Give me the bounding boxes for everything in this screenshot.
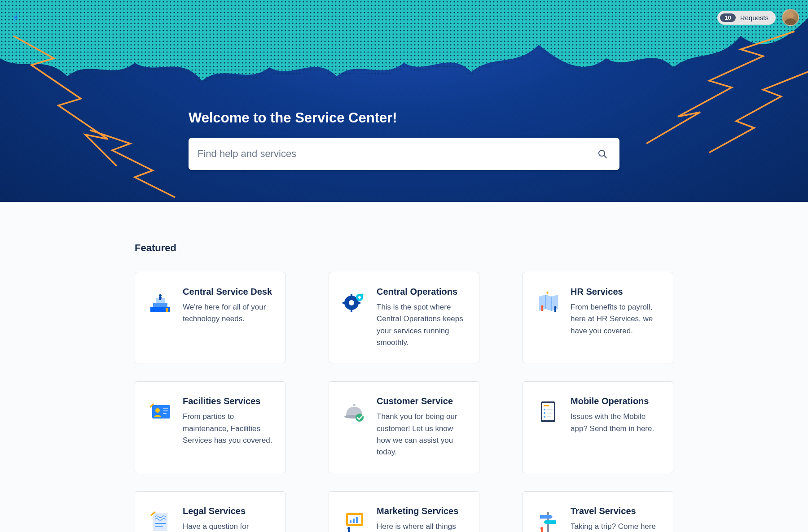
svg-rect-4 xyxy=(153,303,167,307)
card-customer-service[interactable]: Customer Service Thank you for being our… xyxy=(329,381,479,473)
requests-button[interactable]: 10 Requests xyxy=(717,11,776,25)
card-central-operations[interactable]: Central Operations This is the spot wher… xyxy=(329,272,479,363)
svg-rect-24 xyxy=(163,410,168,411)
svg-rect-33 xyxy=(547,409,553,410)
svg-rect-6 xyxy=(166,308,168,312)
featured-heading: Featured xyxy=(135,242,673,254)
svg-rect-43 xyxy=(350,520,351,523)
card-central-service-desk[interactable]: Central Service Desk We're here for all … xyxy=(135,272,285,363)
svg-rect-18 xyxy=(541,307,543,311)
svg-point-27 xyxy=(353,404,356,406)
topbar: 10 Requests xyxy=(0,9,808,26)
mobile-phone-icon xyxy=(536,399,561,424)
svg-rect-20 xyxy=(554,308,556,312)
card-facilities-services[interactable]: Facilities Services From parties to main… xyxy=(135,381,285,473)
requests-count-badge: 10 xyxy=(720,13,735,22)
svg-point-22 xyxy=(155,408,160,413)
page-title: Welcome to the Service Center! xyxy=(189,110,619,126)
svg-point-15 xyxy=(358,296,361,299)
search-input[interactable] xyxy=(198,148,594,160)
card-desc: Have a question for Legal? This is xyxy=(183,521,272,532)
gear-icon xyxy=(342,289,367,314)
card-desc: From benefits to payroll, here at HR Ser… xyxy=(571,301,660,337)
card-title: HR Services xyxy=(571,287,660,297)
hero-banner: 10 Requests Welcome to the Service Cente… xyxy=(0,0,808,202)
card-title: Customer Service xyxy=(377,396,466,406)
card-title: Legal Services xyxy=(183,506,272,516)
card-title: Facilities Services xyxy=(183,396,272,406)
jira-service-logo-icon xyxy=(9,11,22,24)
card-title: Mobile Operations xyxy=(571,396,660,406)
search-box xyxy=(189,138,619,170)
svg-rect-12 xyxy=(343,302,346,304)
card-title: Central Service Desk xyxy=(183,287,272,297)
card-hr-services[interactable]: HR Services From benefits to payroll, he… xyxy=(523,272,673,363)
card-desc: We're here for all of your technology ne… xyxy=(183,301,272,325)
svg-point-17 xyxy=(541,305,544,308)
search-button[interactable] xyxy=(594,146,610,162)
svg-point-34 xyxy=(544,412,545,414)
svg-rect-45 xyxy=(356,517,358,523)
card-marketing-services[interactable]: Marketing Services Here is where all thi… xyxy=(329,491,479,532)
search-icon xyxy=(597,148,608,159)
card-legal-services[interactable]: Legal Services Have a question for Legal… xyxy=(135,491,285,532)
svg-point-9 xyxy=(349,300,354,305)
cloche-check-icon xyxy=(342,399,367,424)
svg-point-28 xyxy=(356,414,364,422)
signpost-icon xyxy=(536,509,561,532)
svg-rect-44 xyxy=(353,519,355,523)
main-content: Featured Central Service Desk We're here… xyxy=(67,202,741,532)
logo-area[interactable] xyxy=(9,11,22,24)
svg-rect-39 xyxy=(155,523,166,524)
svg-rect-11 xyxy=(351,308,352,312)
svg-point-36 xyxy=(544,416,545,418)
svg-line-2 xyxy=(604,156,607,158)
card-mobile-operations[interactable]: Mobile Operations Issues with the Mobile… xyxy=(523,381,673,473)
card-title: Marketing Services xyxy=(377,506,466,516)
svg-point-32 xyxy=(544,409,545,410)
svg-rect-31 xyxy=(544,405,549,406)
svg-rect-10 xyxy=(351,294,352,297)
people-map-icon xyxy=(536,289,561,314)
card-desc: Thank you for being our customer! Let us… xyxy=(377,411,466,458)
card-desc: Taking a trip? Come here for all xyxy=(571,521,660,532)
card-desc: Issues with the Mobile app? Send them in… xyxy=(571,411,660,435)
requests-label: Requests xyxy=(740,14,768,22)
card-travel-services[interactable]: Travel Services Taking a trip? Come here… xyxy=(523,491,673,532)
card-desc: From parties to maintenance, Facilities … xyxy=(183,411,272,446)
svg-point-16 xyxy=(361,294,364,296)
svg-point-7 xyxy=(159,294,162,297)
service-desk-icon xyxy=(148,289,173,314)
svg-rect-47 xyxy=(348,529,350,532)
id-card-icon xyxy=(148,399,173,424)
svg-point-19 xyxy=(554,306,557,309)
card-desc: Here is where all things Marketing xyxy=(377,521,466,532)
featured-cards-grid: Central Service Desk We're here for all … xyxy=(135,272,673,532)
svg-rect-50 xyxy=(541,529,543,532)
svg-rect-13 xyxy=(357,302,360,304)
svg-rect-40 xyxy=(155,526,163,527)
avatar[interactable] xyxy=(782,9,799,26)
svg-rect-35 xyxy=(547,413,553,414)
document-icon xyxy=(148,509,173,532)
svg-rect-23 xyxy=(163,408,168,409)
card-title: Travel Services xyxy=(571,506,660,516)
presentation-icon xyxy=(342,509,367,532)
card-title: Central Operations xyxy=(377,287,466,297)
svg-rect-38 xyxy=(153,513,167,531)
svg-rect-25 xyxy=(163,413,167,414)
svg-rect-37 xyxy=(547,416,551,417)
topbar-right: 10 Requests xyxy=(717,9,799,26)
card-desc: This is the spot where Central Operation… xyxy=(377,301,466,349)
